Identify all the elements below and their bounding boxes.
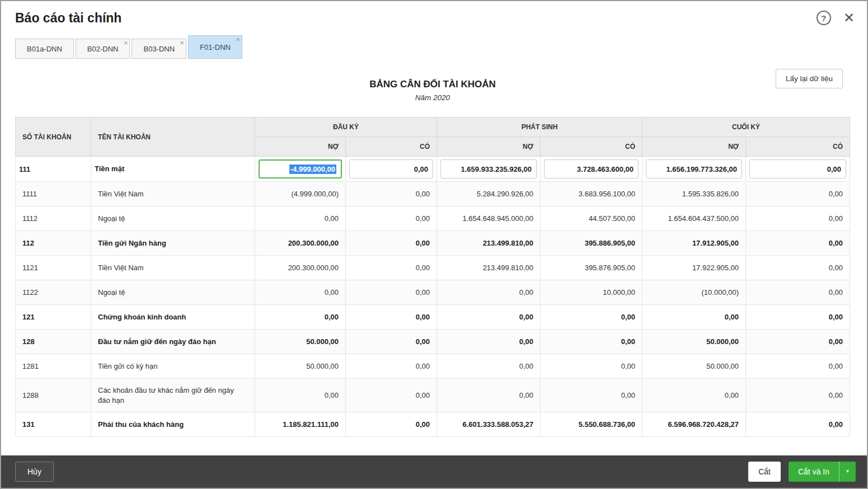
value-cell: 0,00 bbox=[255, 379, 346, 412]
account-name-cell: Ngoại tệ bbox=[91, 206, 255, 231]
cell-input-dauky-no[interactable]: -4.999.000,00 bbox=[259, 159, 342, 178]
column-header-cuoiky-co: CÓ bbox=[746, 137, 850, 157]
value-cell: 200.300.000,00 bbox=[255, 256, 346, 280]
selected-text: -4.999.000,00 bbox=[289, 164, 336, 174]
account-name-cell: Ngoại tệ bbox=[91, 280, 255, 305]
value-cell: 0,00 bbox=[746, 330, 850, 354]
value-cell: 0,00 bbox=[437, 354, 541, 379]
tab-close-icon[interactable]: × bbox=[180, 39, 185, 47]
value-cell: 0,00 bbox=[746, 354, 850, 379]
report-header: Lấy lại dữ liệu BẢNG CÂN ĐỐI TÀI KHOẢN N… bbox=[15, 59, 850, 117]
close-icon[interactable]: ✕ bbox=[843, 11, 855, 25]
value-cell: 213.499.810,00 bbox=[437, 256, 541, 280]
value-cell bbox=[642, 157, 746, 182]
cell-input-phatsinh-co[interactable] bbox=[544, 159, 639, 178]
cancel-button[interactable]: Hủy bbox=[15, 462, 54, 482]
value-cell: 0,00 bbox=[541, 379, 642, 412]
account-name-cell: Chứng khoán kinh doanh bbox=[91, 305, 255, 330]
value-cell: 1.654.604.437.500,00 bbox=[642, 206, 746, 231]
value-cell: 0,00 bbox=[437, 379, 541, 412]
table-header: SỐ TÀI KHOẢN TÊN TÀI KHOẢN ĐẦU KỲ PHÁT S… bbox=[16, 117, 850, 157]
tab-close-icon[interactable]: × bbox=[236, 36, 240, 44]
tab-close-icon[interactable]: × bbox=[124, 39, 128, 47]
cut-print-button[interactable]: Cắt và In bbox=[789, 462, 839, 482]
table-row: 111 Tiền mặt -4.999.000,00 bbox=[16, 157, 850, 182]
value-cell: 50.000,00 bbox=[255, 354, 346, 379]
value-cell: 0,00 bbox=[346, 305, 437, 330]
table-row: 131 Phải thu của khách hàng 1.185.821.11… bbox=[16, 412, 850, 437]
column-header-dauky-co: CÓ bbox=[346, 137, 437, 157]
cell-input-cuoiky-co[interactable] bbox=[749, 159, 846, 178]
column-header-cuoiky-no: NỢ bbox=[642, 137, 746, 157]
account-name-cell: Các khoản đầu tư khác nắm giữ đến ngày đ… bbox=[91, 379, 255, 412]
tab-f01-dnn[interactable]: F01-DNN × bbox=[188, 35, 242, 59]
value-cell: 200.300.000,00 bbox=[255, 231, 346, 256]
balance-table: SỐ TÀI KHOẢN TÊN TÀI KHOẢN ĐẦU KỲ PHÁT S… bbox=[15, 117, 850, 437]
account-name-cell: Tiền gửi có kỳ hạn bbox=[91, 354, 255, 379]
table-row: 121 Chứng khoán kinh doanh 0,00 0,00 0,0… bbox=[16, 305, 850, 330]
refresh-data-button[interactable]: Lấy lại dữ liệu bbox=[776, 69, 843, 88]
tab-b01a-dnn[interactable]: B01a-DNN bbox=[15, 39, 74, 59]
value-cell: 50.000,00 bbox=[255, 330, 346, 354]
report-panel: Lấy lại dữ liệu BẢNG CÂN ĐỐI TÀI KHOẢN N… bbox=[15, 59, 850, 455]
value-cell: 0,00 bbox=[746, 182, 850, 206]
value-cell: 0,00 bbox=[255, 305, 346, 330]
tab-bar: B01a-DNN B02-DNN × B03-DNN × F01-DNN × bbox=[1, 35, 867, 59]
account-number-cell: 1111 bbox=[16, 182, 91, 206]
column-group-dauky: ĐẦU KỲ bbox=[255, 117, 437, 137]
value-cell: 0,00 bbox=[437, 280, 541, 305]
value-cell: 0,00 bbox=[346, 231, 437, 256]
window-header: Báo cáo tài chính ? ✕ bbox=[1, 1, 867, 35]
value-cell: 0,00 bbox=[255, 280, 346, 305]
value-cell: (4.999.000,00) bbox=[255, 182, 346, 206]
value-cell: (10.000,00) bbox=[642, 280, 746, 305]
cut-print-dropdown-button[interactable]: ▼ bbox=[839, 462, 856, 482]
value-cell: 5.550.688.736,00 bbox=[541, 412, 642, 437]
value-cell: 0,00 bbox=[746, 206, 850, 231]
value-cell: 0,00 bbox=[346, 379, 437, 412]
value-cell: 0,00 bbox=[437, 330, 541, 354]
value-cell: 0,00 bbox=[346, 354, 437, 379]
cell-input-phatsinh-no[interactable] bbox=[440, 159, 537, 178]
account-name-cell: Tiền gửi Ngân hàng bbox=[91, 231, 255, 256]
value-cell: 6.596.968.720.428,27 bbox=[642, 412, 746, 437]
tab-label: F01-DNN bbox=[200, 43, 231, 51]
value-cell: 17.912.905,00 bbox=[642, 231, 746, 256]
value-cell: 3.683.956.100,00 bbox=[541, 182, 642, 206]
table-row: 1111 Tiền Việt Nam (4.999.000,00) 0,00 5… bbox=[16, 182, 850, 206]
value-cell: 44.507.500,00 bbox=[541, 206, 642, 231]
account-name-cell: Đầu tư nắm giữ đến ngày đáo hạn bbox=[91, 330, 255, 354]
column-header-phatsinh-co: CÓ bbox=[541, 137, 642, 157]
column-header-account-name: TÊN TÀI KHOẢN bbox=[91, 117, 255, 157]
value-cell: 0,00 bbox=[437, 305, 541, 330]
account-number-cell: 112 bbox=[16, 231, 91, 256]
account-number-cell: 1122 bbox=[16, 280, 91, 305]
report-title: BẢNG CÂN ĐỐI TÀI KHOẢN bbox=[15, 59, 850, 90]
account-name-cell: Tiền Việt Nam bbox=[91, 256, 255, 280]
value-cell: 0,00 bbox=[746, 412, 850, 437]
account-name-cell: Tiền mặt bbox=[91, 157, 255, 182]
value-cell: 0,00 bbox=[346, 256, 437, 280]
account-number-cell: 128 bbox=[16, 330, 91, 354]
account-name-cell: Tiền Việt Nam bbox=[91, 182, 255, 206]
value-cell: 0,00 bbox=[746, 256, 850, 280]
tab-b03-dnn[interactable]: B03-DNN × bbox=[132, 39, 186, 59]
cut-button[interactable]: Cắt bbox=[748, 462, 781, 482]
table-row: 1112 Ngoại tệ 0,00 0,00 1.654.648.945.00… bbox=[16, 206, 850, 231]
value-cell: 0,00 bbox=[746, 379, 850, 412]
value-cell: 395.876.905,00 bbox=[541, 256, 642, 280]
account-number-cell: 1121 bbox=[16, 256, 91, 280]
value-cell bbox=[746, 157, 850, 182]
value-cell: 0,00 bbox=[346, 206, 437, 231]
tab-label: B03-DNN bbox=[143, 45, 175, 53]
account-number-cell: 1288 bbox=[16, 379, 91, 412]
account-number-cell: 121 bbox=[16, 305, 91, 330]
value-cell: 0,00 bbox=[541, 354, 642, 379]
value-cell: 0,00 bbox=[346, 182, 437, 206]
help-icon[interactable]: ? bbox=[817, 11, 831, 25]
tab-b02-dnn[interactable]: B02-DNN × bbox=[76, 39, 130, 59]
cell-input-dauky-co[interactable] bbox=[349, 159, 433, 178]
column-group-phatsinh: PHÁT SINH bbox=[437, 117, 642, 137]
cell-input-cuoiky-no[interactable] bbox=[646, 159, 742, 178]
value-cell: 5.284.290.926,00 bbox=[437, 182, 541, 206]
